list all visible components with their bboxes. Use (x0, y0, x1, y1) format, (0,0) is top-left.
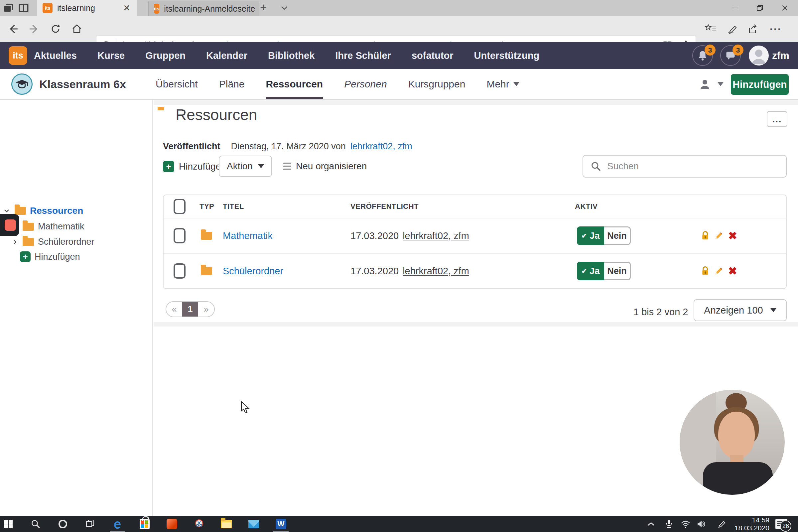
column-titel[interactable]: TITEL (223, 195, 244, 218)
course-avatar[interactable] (11, 74, 33, 95)
participants-dropdown[interactable] (699, 69, 723, 99)
minimize-button[interactable] (723, 0, 746, 16)
toggle-no-button[interactable]: Nein (604, 226, 631, 245)
pen-tray-icon[interactable] (714, 516, 729, 532)
user-avatar[interactable] (749, 45, 769, 65)
nav-item-ihre-schueler[interactable]: Ihre Schüler (335, 50, 391, 61)
volume-icon[interactable] (694, 516, 709, 532)
tab-uebersicht[interactable]: Übersicht (156, 69, 198, 99)
chevron-right-icon[interactable] (11, 238, 19, 246)
pagination-current-page[interactable]: 1 (182, 302, 198, 317)
notifications-button[interactable]: 3 (692, 45, 713, 66)
nav-item-sofatutor[interactable]: sofatutor (412, 50, 454, 61)
forward-icon[interactable] (26, 21, 42, 37)
course-title[interactable]: Klassenraum 6x (39, 69, 126, 99)
nav-item-aktuelles[interactable]: Aktuelles (34, 50, 77, 61)
window-split-icon[interactable] (18, 2, 29, 14)
tab-anmeldeseite[interactable]: its itslearning-Anmeldeseite (148, 1, 259, 16)
pagination-prev-button[interactable]: « (166, 302, 182, 317)
taskbar-clock[interactable]: 14:59 18.03.2020 (731, 516, 770, 532)
tab-list-chevron-icon[interactable] (280, 5, 289, 11)
action-dropdown[interactable]: Aktion (219, 156, 272, 177)
microsoft-store-icon[interactable] (137, 516, 153, 532)
refresh-icon[interactable] (47, 21, 64, 37)
edit-pencil-icon[interactable] (714, 266, 723, 276)
nav-item-kurse[interactable]: Kurse (97, 50, 125, 61)
window-stack-icon[interactable] (3, 2, 14, 14)
add-resource-button[interactable]: + Hinzufügen (163, 156, 226, 177)
author-link[interactable]: lehrkraft02, zfm (403, 266, 469, 277)
screen-recorder-widget[interactable] (0, 214, 19, 236)
delete-x-icon[interactable]: ✖ (728, 230, 737, 241)
permissions-lock-icon[interactable] (701, 231, 709, 241)
microphone-icon[interactable] (661, 516, 677, 532)
select-all-checkbox[interactable] (174, 199, 186, 214)
home-icon[interactable] (69, 21, 85, 37)
snipping-tool-icon[interactable] (191, 516, 207, 532)
action-center-button[interactable]: 26 (773, 516, 790, 532)
its-logo[interactable]: its (8, 46, 27, 65)
messages-button[interactable]: 3 (720, 45, 741, 66)
tab-close-icon[interactable]: ✕ (123, 3, 130, 13)
column-aktiv[interactable]: AKTIV (575, 195, 598, 218)
nav-item-kalender[interactable]: Kalender (206, 50, 247, 61)
tree-add-button[interactable]: + Hinzufügen (20, 251, 80, 262)
tray-expand-chevron-icon[interactable] (643, 516, 659, 532)
taskbar-search-icon[interactable] (27, 516, 43, 532)
tree-item-mathematik[interactable]: Mathematik (11, 222, 84, 232)
start-button[interactable] (0, 516, 16, 532)
course-add-button[interactable]: Hinzufügen (731, 74, 789, 95)
restore-button[interactable] (748, 0, 772, 16)
browser-menu-icon[interactable]: ⋯ (767, 21, 783, 37)
nav-item-unterstuetzung[interactable]: Unterstützung (474, 50, 540, 61)
nav-item-bibliothek[interactable]: Bibliothek (268, 50, 315, 61)
share-icon[interactable] (745, 21, 761, 37)
pagination-next-button[interactable]: » (198, 302, 214, 317)
published-author-link[interactable]: lehrkraft02, zfm (350, 141, 412, 152)
page-size-dropdown[interactable]: Anzeigen 100 (694, 299, 787, 321)
permissions-lock-icon[interactable] (701, 266, 709, 276)
close-button[interactable] (773, 0, 796, 16)
back-icon[interactable] (5, 21, 21, 37)
nav-item-gruppen[interactable]: Gruppen (145, 50, 186, 61)
tab-kursgruppen[interactable]: Kursgruppen (408, 69, 466, 99)
edge-taskbar-icon[interactable]: e (109, 516, 125, 532)
column-veroeffentlicht[interactable]: VERÖFFENTLICHT (350, 195, 419, 218)
chevron-down-icon[interactable] (3, 207, 11, 215)
tab-ressourcen[interactable]: Ressourcen (266, 69, 323, 99)
file-explorer-icon[interactable] (218, 516, 234, 532)
delete-x-icon[interactable]: ✖ (728, 266, 737, 276)
tab-itslearning[interactable]: its itslearning ✕ (37, 0, 137, 16)
new-tab-button[interactable]: + (260, 1, 267, 14)
author-link[interactable]: lehrkraft02, zfm (403, 230, 469, 241)
favorites-hub-icon[interactable] (702, 21, 719, 37)
person-silhouette-icon (749, 45, 769, 65)
tab-plaene[interactable]: Pläne (219, 69, 245, 99)
toggle-yes-button[interactable]: ✔Ja (577, 262, 604, 280)
tab-mehr[interactable]: Mehr (487, 69, 519, 99)
stop-record-icon[interactable] (5, 220, 16, 231)
toggle-yes-button[interactable]: ✔Ja (577, 226, 604, 245)
page-options-button[interactable]: … (767, 111, 787, 127)
table-header: TYP TITEL VERÖFFENTLICHT AKTIV (164, 195, 786, 218)
tab-personen[interactable]: Personen (344, 69, 387, 99)
edit-pencil-icon[interactable] (714, 231, 723, 241)
active-toggle: ✔Ja Nein (577, 262, 631, 280)
row-checkbox[interactable] (174, 228, 186, 243)
reorganize-button[interactable]: Neu organisieren (283, 156, 367, 177)
row-checkbox[interactable] (174, 263, 186, 279)
column-typ[interactable]: TYP (200, 195, 214, 218)
tree-item-schuelerordner[interactable]: Schülerordner (11, 237, 94, 247)
resource-link[interactable]: Mathematik (223, 230, 273, 241)
task-view-icon[interactable] (82, 516, 98, 532)
toggle-no-button[interactable]: Nein (604, 262, 631, 280)
cortana-icon[interactable] (55, 516, 71, 532)
annotate-pen-icon[interactable] (724, 21, 741, 37)
search-input[interactable]: Suchen (583, 155, 787, 177)
wifi-icon[interactable] (678, 516, 694, 532)
word-icon[interactable]: W (273, 516, 289, 532)
resource-link[interactable]: Schülerordner (223, 266, 283, 277)
username-label[interactable]: zfm (772, 42, 790, 69)
mail-icon[interactable] (246, 516, 262, 532)
office-icon[interactable] (164, 516, 180, 532)
